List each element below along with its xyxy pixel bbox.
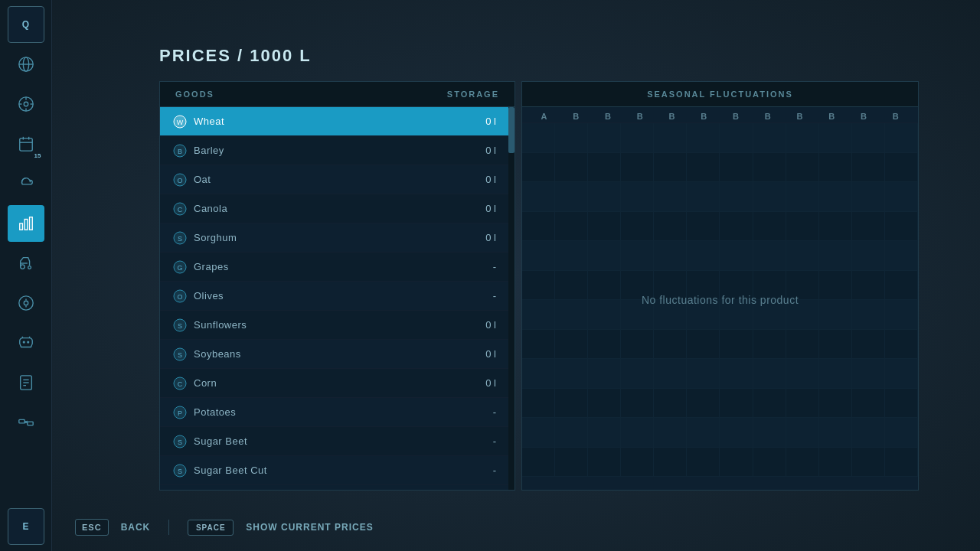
page-title: PRICES / 1000 L [159, 46, 919, 66]
fluct-cell [621, 182, 654, 211]
goods-icon: C [172, 201, 188, 217]
goods-row[interactable]: S Soybeans0 l [160, 340, 508, 369]
fluct-cell [621, 389, 654, 418]
goods-icon: O [172, 289, 188, 304]
goods-row[interactable]: C Corn0 l [160, 369, 508, 398]
fluct-cell [621, 153, 654, 182]
goods-name: Sunflowers [194, 319, 247, 331]
storage-col-header: STORAGE [447, 90, 499, 99]
sidebar-item-globe[interactable] [8, 46, 44, 83]
fluct-cell [588, 241, 621, 270]
goods-row[interactable]: S Sorghum0 l [160, 223, 508, 253]
fluct-row [522, 359, 918, 389]
sidebar-item-livestock[interactable] [8, 324, 44, 361]
fluct-cell [555, 153, 588, 182]
fluct-cell [522, 448, 555, 477]
fluct-cell [522, 389, 555, 418]
goods-row[interactable]: G Grapes- [160, 253, 508, 282]
fluct-cell [852, 389, 885, 418]
space-key-badge[interactable]: SPACE [188, 520, 234, 536]
fluct-cell [654, 182, 687, 211]
fluct-cell [720, 330, 753, 359]
fluct-row [522, 330, 918, 360]
fluct-cell [885, 300, 918, 329]
goods-name: Olives [194, 290, 224, 302]
fluct-cell [852, 123, 885, 152]
fluct-cell [753, 418, 786, 447]
fluct-cell [885, 359, 918, 388]
q-key-label: Q [22, 19, 29, 30]
svg-point-19 [23, 341, 24, 343]
fluct-cell [522, 182, 555, 211]
fluct-row [522, 241, 918, 271]
fluct-cell [522, 359, 555, 388]
sidebar-key-e[interactable]: E [8, 508, 44, 545]
fluct-cell [786, 212, 819, 241]
scrollbar-thumb[interactable] [508, 107, 514, 153]
fluct-cell [588, 448, 621, 477]
fluct-cell [720, 212, 753, 241]
sidebar-key-q[interactable]: Q [8, 6, 44, 43]
fluct-cell [819, 212, 852, 241]
fluct-cell [720, 448, 753, 477]
scrollbar[interactable] [508, 107, 514, 490]
sidebar-item-weather[interactable] [8, 165, 44, 202]
goods-row[interactable]: O Oat0 l [160, 165, 508, 194]
svg-text:G: G [177, 264, 182, 272]
fluct-cell [522, 153, 555, 182]
fluct-row [522, 153, 918, 183]
svg-rect-9 [19, 139, 32, 152]
fluct-cell [786, 359, 819, 388]
calendar-badge: 15 [34, 152, 41, 159]
sidebar-item-wheel[interactable] [8, 86, 44, 122]
fluct-cell [588, 271, 621, 300]
sidebar-item-tractor[interactable] [8, 245, 44, 282]
goods-row[interactable]: B Barley0 l [160, 136, 508, 165]
goods-row[interactable]: O Olives- [160, 282, 508, 311]
fluct-cell [753, 182, 786, 211]
sidebar-item-money[interactable] [8, 285, 44, 321]
goods-row[interactable]: S Sugar Beet Cut- [160, 456, 508, 485]
fluct-col-label: B [816, 112, 848, 121]
svg-text:S: S [178, 322, 182, 330]
fluct-cell [654, 241, 687, 270]
fluct-cell [885, 241, 918, 270]
fluct-cell [654, 418, 687, 447]
fluct-cell [522, 123, 555, 152]
fluct-cell [786, 330, 819, 359]
fluct-cell [885, 389, 918, 418]
fluct-cell [852, 153, 885, 182]
sidebar-item-calendar[interactable]: 15 [8, 126, 44, 162]
fluct-cell [819, 330, 852, 359]
sidebar-item-chart[interactable] [8, 205, 44, 242]
goods-storage: - [493, 406, 496, 418]
sidebar-item-logistics[interactable] [8, 404, 44, 441]
fluct-cell [819, 123, 852, 152]
goods-icon: O [172, 172, 188, 187]
fluct-cell [654, 153, 687, 182]
esc-key-badge[interactable]: ESC [75, 519, 109, 536]
fluct-row [522, 212, 918, 242]
goods-row[interactable]: S Sugar Beet- [160, 427, 508, 456]
goods-row[interactable]: W Wheat0 l [160, 107, 508, 136]
svg-text:P: P [178, 409, 182, 417]
bottom-bar: ESC BACK SPACE SHOW CURRENT PRICES [52, 519, 980, 536]
fluct-cell [621, 448, 654, 477]
fluct-cell [555, 212, 588, 241]
fluct-cell [753, 448, 786, 477]
fluct-cell [819, 271, 852, 300]
fluct-cell [555, 182, 588, 211]
fluct-cell [621, 418, 654, 447]
fluct-cell [687, 389, 720, 418]
svg-point-4 [24, 102, 28, 106]
goods-list: W Wheat0 l B Barley0 l O Oat0 l C Canola… [160, 107, 508, 485]
goods-row[interactable]: C Canola0 l [160, 194, 508, 223]
sidebar-item-notes[interactable] [8, 364, 44, 401]
goods-row[interactable]: S Sunflowers0 l [160, 311, 508, 340]
fluct-cell [720, 418, 753, 447]
fluct-cell [852, 212, 885, 241]
fluct-cell [786, 153, 819, 182]
goods-row[interactable]: P Potatoes- [160, 398, 508, 427]
goods-icon: S [172, 230, 188, 246]
goods-icon: B [172, 143, 188, 158]
